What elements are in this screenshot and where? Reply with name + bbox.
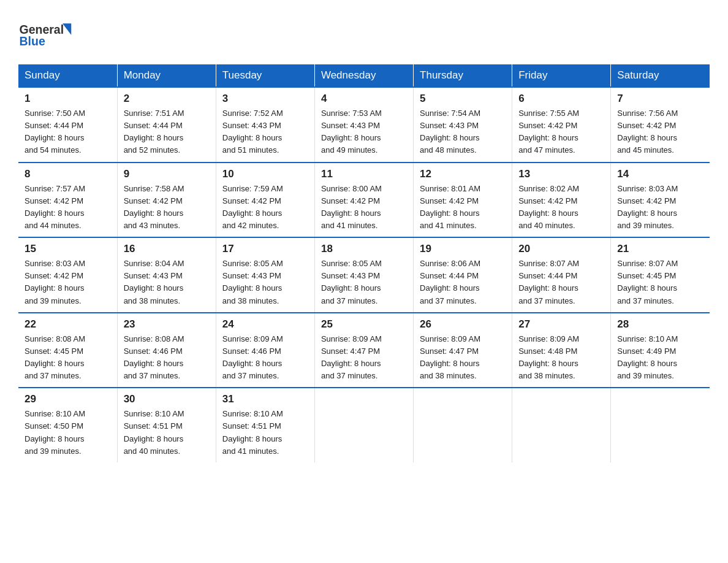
day-info: Sunrise: 7:53 AMSunset: 4:43 PMDaylight:… [321, 107, 407, 157]
logo-svg: General Blue [18, 15, 74, 52]
calendar-body: 1Sunrise: 7:50 AMSunset: 4:44 PMDaylight… [18, 87, 710, 462]
day-info: Sunrise: 8:10 AMSunset: 4:50 PMDaylight:… [25, 408, 111, 458]
calendar-cell: 23Sunrise: 8:08 AMSunset: 4:46 PMDayligh… [117, 313, 216, 388]
day-info: Sunrise: 7:57 AMSunset: 4:42 PMDaylight:… [25, 183, 111, 232]
day-number: 25 [321, 318, 407, 331]
calendar-cell: 17Sunrise: 8:05 AMSunset: 4:43 PMDayligh… [216, 237, 314, 313]
logo: General Blue [18, 12, 74, 52]
week-row-1: 1Sunrise: 7:50 AMSunset: 4:44 PMDaylight… [18, 87, 710, 163]
day-number: 20 [518, 243, 604, 255]
calendar-cell: 26Sunrise: 8:09 AMSunset: 4:47 PMDayligh… [414, 313, 512, 388]
calendar-cell [314, 388, 413, 462]
calendar-cell: 14Sunrise: 8:03 AMSunset: 4:42 PMDayligh… [611, 163, 710, 238]
day-number: 26 [420, 318, 506, 331]
day-number: 29 [25, 393, 111, 405]
day-number: 9 [124, 168, 210, 180]
svg-marker-1 [63, 23, 71, 35]
calendar-cell: 7Sunrise: 7:56 AMSunset: 4:42 PMDaylight… [611, 87, 710, 163]
calendar-cell: 28Sunrise: 8:10 AMSunset: 4:49 PMDayligh… [611, 313, 710, 388]
calendar-cell: 25Sunrise: 8:09 AMSunset: 4:47 PMDayligh… [314, 313, 413, 388]
day-number: 3 [222, 93, 308, 105]
calendar-cell: 22Sunrise: 8:08 AMSunset: 4:45 PMDayligh… [18, 313, 117, 388]
calendar-table: Sunday Monday Tuesday Wednesday Thursday… [18, 64, 710, 462]
calendar-cell: 30Sunrise: 8:10 AMSunset: 4:51 PMDayligh… [117, 388, 216, 462]
calendar-cell: 20Sunrise: 8:07 AMSunset: 4:44 PMDayligh… [512, 237, 611, 313]
day-number: 17 [222, 243, 308, 255]
calendar-cell: 19Sunrise: 8:06 AMSunset: 4:44 PMDayligh… [414, 237, 512, 313]
calendar-cell [611, 388, 710, 462]
calendar-cell: 3Sunrise: 7:52 AMSunset: 4:43 PMDaylight… [216, 87, 314, 163]
day-info: Sunrise: 8:09 AMSunset: 4:48 PMDaylight:… [518, 333, 604, 383]
calendar-cell: 1Sunrise: 7:50 AMSunset: 4:44 PMDaylight… [18, 87, 117, 163]
day-info: Sunrise: 7:51 AMSunset: 4:44 PMDaylight:… [124, 107, 210, 157]
day-number: 23 [124, 318, 210, 331]
calendar-cell: 21Sunrise: 8:07 AMSunset: 4:45 PMDayligh… [611, 237, 710, 313]
calendar-cell: 15Sunrise: 8:03 AMSunset: 4:42 PMDayligh… [18, 237, 117, 313]
day-info: Sunrise: 8:09 AMSunset: 4:47 PMDaylight:… [321, 333, 407, 383]
header-tuesday: Tuesday [216, 64, 314, 87]
day-info: Sunrise: 8:10 AMSunset: 4:51 PMDaylight:… [124, 408, 210, 458]
day-info: Sunrise: 8:07 AMSunset: 4:44 PMDaylight:… [518, 258, 604, 307]
week-row-5: 29Sunrise: 8:10 AMSunset: 4:50 PMDayligh… [18, 388, 710, 462]
day-info: Sunrise: 7:54 AMSunset: 4:43 PMDaylight:… [420, 107, 506, 157]
header-sunday: Sunday [18, 64, 117, 87]
day-number: 11 [321, 168, 407, 180]
day-info: Sunrise: 8:04 AMSunset: 4:43 PMDaylight:… [124, 258, 210, 307]
day-info: Sunrise: 7:52 AMSunset: 4:43 PMDaylight:… [222, 107, 308, 157]
week-row-4: 22Sunrise: 8:08 AMSunset: 4:45 PMDayligh… [18, 313, 710, 388]
day-number: 16 [124, 243, 210, 255]
day-number: 18 [321, 243, 407, 255]
calendar-cell [414, 388, 512, 462]
day-info: Sunrise: 8:08 AMSunset: 4:46 PMDaylight:… [124, 333, 210, 383]
calendar-cell: 8Sunrise: 7:57 AMSunset: 4:42 PMDaylight… [18, 163, 117, 238]
day-info: Sunrise: 8:08 AMSunset: 4:45 PMDaylight:… [25, 333, 111, 383]
day-info: Sunrise: 8:03 AMSunset: 4:42 PMDaylight:… [25, 258, 111, 307]
header-wednesday: Wednesday [314, 64, 413, 87]
day-number: 14 [617, 168, 703, 180]
svg-text:General: General [20, 23, 64, 36]
calendar-cell: 2Sunrise: 7:51 AMSunset: 4:44 PMDaylight… [117, 87, 216, 163]
day-number: 28 [617, 318, 703, 331]
day-info: Sunrise: 8:10 AMSunset: 4:51 PMDaylight:… [222, 408, 308, 458]
day-number: 19 [420, 243, 506, 255]
calendar-cell: 29Sunrise: 8:10 AMSunset: 4:50 PMDayligh… [18, 388, 117, 462]
day-number: 1 [25, 93, 111, 105]
day-info: Sunrise: 8:03 AMSunset: 4:42 PMDaylight:… [617, 183, 703, 232]
day-number: 30 [124, 393, 210, 405]
day-number: 27 [518, 318, 604, 331]
calendar-cell: 12Sunrise: 8:01 AMSunset: 4:42 PMDayligh… [414, 163, 512, 238]
day-info: Sunrise: 8:09 AMSunset: 4:46 PMDaylight:… [222, 333, 308, 383]
day-number: 7 [617, 93, 703, 105]
day-info: Sunrise: 8:02 AMSunset: 4:42 PMDaylight:… [518, 183, 604, 232]
calendar-cell: 27Sunrise: 8:09 AMSunset: 4:48 PMDayligh… [512, 313, 611, 388]
calendar-cell: 24Sunrise: 8:09 AMSunset: 4:46 PMDayligh… [216, 313, 314, 388]
calendar-cell: 5Sunrise: 7:54 AMSunset: 4:43 PMDaylight… [414, 87, 512, 163]
day-number: 31 [222, 393, 308, 405]
calendar-cell: 13Sunrise: 8:02 AMSunset: 4:42 PMDayligh… [512, 163, 611, 238]
day-info: Sunrise: 7:59 AMSunset: 4:42 PMDaylight:… [222, 183, 308, 232]
calendar-cell: 31Sunrise: 8:10 AMSunset: 4:51 PMDayligh… [216, 388, 314, 462]
day-number: 10 [222, 168, 308, 180]
calendar-cell: 9Sunrise: 7:58 AMSunset: 4:42 PMDaylight… [117, 163, 216, 238]
header-friday: Friday [512, 64, 611, 87]
page-header: General Blue [18, 12, 710, 52]
day-info: Sunrise: 8:05 AMSunset: 4:43 PMDaylight:… [321, 258, 407, 307]
weekday-header-row: Sunday Monday Tuesday Wednesday Thursday… [18, 64, 710, 87]
calendar-cell: 6Sunrise: 7:55 AMSunset: 4:42 PMDaylight… [512, 87, 611, 163]
calendar-cell [512, 388, 611, 462]
calendar-cell: 4Sunrise: 7:53 AMSunset: 4:43 PMDaylight… [314, 87, 413, 163]
day-number: 8 [25, 168, 111, 180]
day-number: 6 [518, 93, 604, 105]
day-number: 15 [25, 243, 111, 255]
day-number: 4 [321, 93, 407, 105]
day-number: 21 [617, 243, 703, 255]
day-number: 2 [124, 93, 210, 105]
calendar-cell: 10Sunrise: 7:59 AMSunset: 4:42 PMDayligh… [216, 163, 314, 238]
calendar-cell: 18Sunrise: 8:05 AMSunset: 4:43 PMDayligh… [314, 237, 413, 313]
header-saturday: Saturday [611, 64, 710, 87]
day-number: 5 [420, 93, 506, 105]
svg-text:Blue: Blue [20, 34, 45, 48]
day-info: Sunrise: 8:07 AMSunset: 4:45 PMDaylight:… [617, 258, 703, 307]
day-number: 13 [518, 168, 604, 180]
day-info: Sunrise: 8:05 AMSunset: 4:43 PMDaylight:… [222, 258, 308, 307]
